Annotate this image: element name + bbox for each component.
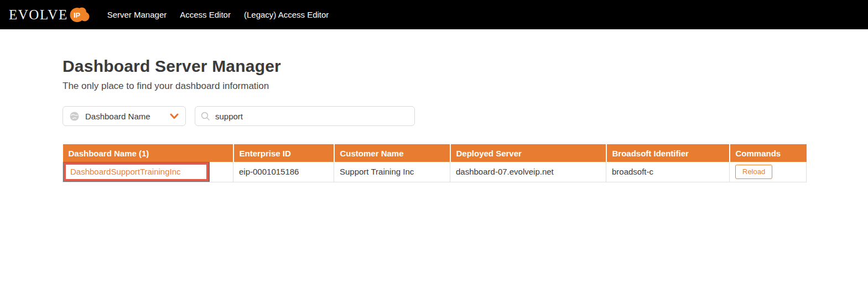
- column-header-customer-name[interactable]: Customer Name: [334, 144, 450, 162]
- cell-dashboard-name: DashboardSupportTrainingInc: [63, 162, 233, 182]
- nav-menu: Server Manager Access Editor (Legacy) Ac…: [101, 0, 336, 29]
- cell-enterprise-id: eip-0001015186: [233, 162, 334, 182]
- filter-row: Dashboard Name: [63, 106, 868, 126]
- search-input[interactable]: [215, 112, 409, 121]
- page-subtitle: The only place to find your dashboard in…: [63, 81, 868, 92]
- nav-item-legacy-access-editor[interactable]: (Legacy) Access Editor: [237, 0, 335, 29]
- cell-broadsoft-identifier: broadsoft-c: [606, 162, 730, 182]
- cell-commands: Reload: [730, 162, 807, 182]
- cell-customer-name: Support Training Inc: [334, 162, 450, 182]
- globe-icon: [70, 112, 79, 121]
- chevron-down-icon: [170, 113, 179, 119]
- column-header-enterprise-id[interactable]: Enterprise ID: [233, 144, 334, 162]
- click-highlight-annotation: DashboardSupportTrainingInc: [64, 162, 209, 181]
- column-header-broadsoft-identifier[interactable]: Broadsoft Identifier: [606, 144, 730, 162]
- search-icon: [201, 112, 210, 121]
- dashboard-name-link[interactable]: DashboardSupportTrainingInc: [70, 167, 181, 176]
- column-header-dashboard-name[interactable]: Dashboard Name (1): [63, 144, 233, 162]
- svg-text:IP: IP: [74, 11, 81, 19]
- table-row: DashboardSupportTrainingInc eip-00010151…: [63, 162, 807, 182]
- evolveip-logo[interactable]: EVOLVE IP: [9, 6, 90, 24]
- column-header-commands[interactable]: Commands: [730, 144, 807, 162]
- cell-deployed-server: dashboard-07.evolveip.net: [450, 162, 606, 182]
- nav-item-access-editor[interactable]: Access Editor: [173, 0, 237, 29]
- page-title: Dashboard Server Manager: [63, 57, 868, 76]
- reload-button[interactable]: Reload: [735, 165, 772, 179]
- top-navigation-bar: EVOLVE IP Server Manager Access Editor (…: [0, 0, 868, 29]
- search-field-dropdown-value: Dashboard Name: [85, 112, 170, 121]
- dashboard-table: Dashboard Name (1) Enterprise ID Custome…: [63, 144, 807, 182]
- evolveip-cloud-icon: IP: [70, 7, 90, 25]
- search-field-dropdown[interactable]: Dashboard Name: [63, 106, 186, 126]
- main-content: Dashboard Server Manager The only place …: [0, 29, 868, 182]
- nav-item-server-manager[interactable]: Server Manager: [101, 0, 174, 29]
- table-header-row: Dashboard Name (1) Enterprise ID Custome…: [63, 144, 807, 162]
- column-header-deployed-server[interactable]: Deployed Server: [450, 144, 606, 162]
- evolve-wordmark: EVOLVE: [9, 7, 68, 23]
- search-box: [195, 106, 415, 126]
